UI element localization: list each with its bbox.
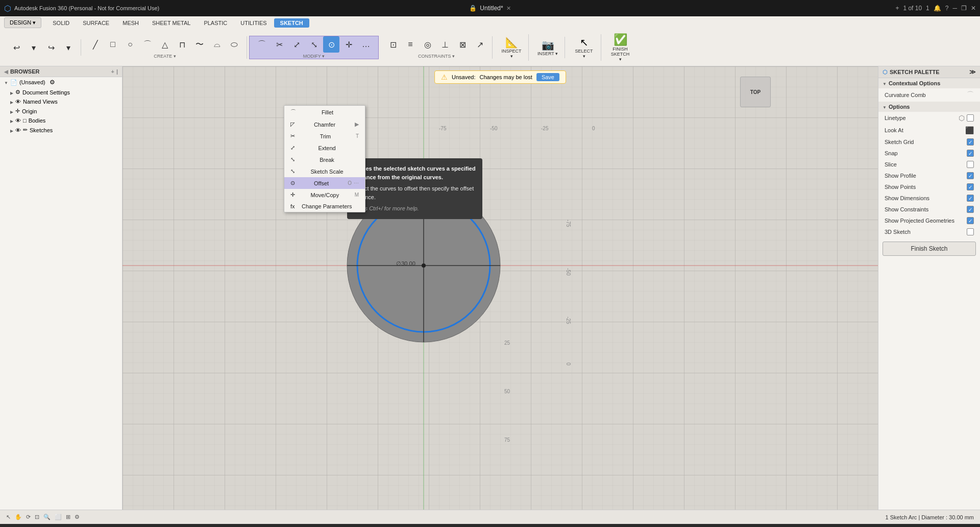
look-at-icon[interactable]: ⬛	[965, 126, 974, 134]
bottom-settings-icon[interactable]: ⚙	[75, 514, 80, 520]
coincident-button[interactable]: ⊡	[385, 36, 401, 53]
line-button[interactable]: ╱	[87, 36, 104, 53]
trim-button[interactable]: ✂	[271, 36, 287, 53]
bottom-grid-icon[interactable]: ⊞	[66, 514, 70, 520]
show-dimensions-checkbox[interactable]: ✓	[967, 195, 974, 202]
options-header[interactable]: Options	[878, 102, 980, 112]
ellipse-button[interactable]: ⬭	[226, 36, 242, 53]
select-button[interactable]: ↖ SELECT ▾	[571, 34, 597, 61]
modify-label[interactable]: MODIFY ▾	[303, 54, 325, 59]
canvas-area[interactable]: ⚠ Unsaved: Changes may be lost Save TOP	[122, 66, 878, 510]
linetype-icon[interactable]: ⬡	[959, 114, 965, 122]
conic-button[interactable]: ⌓	[209, 36, 225, 53]
move-button[interactable]: ✛	[340, 36, 357, 53]
curvature-comb-control[interactable]: ⌒	[967, 90, 974, 100]
sketch-palette-expand-icon[interactable]: ≫	[969, 68, 976, 76]
browser-named-views-item[interactable]: 👁 Named Views	[0, 97, 122, 106]
show-projected-geometries-checkbox[interactable]: ✓	[967, 217, 974, 224]
bottom-zoom-fit-icon[interactable]: ⊡	[35, 514, 39, 520]
offset-more-icon[interactable]: ⋯	[354, 180, 359, 186]
fix-button[interactable]: ⊠	[454, 36, 471, 53]
offset-button[interactable]: ⊙	[323, 36, 339, 53]
canvas-svg[interactable]: -75 -50 -25 0 ∅30.00 -75 -50 -25 0 25 50…	[122, 66, 878, 510]
redo-history-button[interactable]: ▾	[60, 39, 77, 56]
tab-mesh[interactable]: MESH	[116, 18, 145, 28]
browser-expand-icon[interactable]: +	[111, 68, 114, 75]
show-profile-checkbox[interactable]: ✓	[967, 172, 974, 179]
more-modify-button[interactable]: …	[358, 36, 374, 53]
restore-icon[interactable]: ❐	[961, 5, 967, 12]
settings-icon-browser[interactable]: ⚙	[50, 79, 55, 86]
tab-solid[interactable]: SOLID	[46, 18, 76, 28]
bottom-hand-icon[interactable]: ✋	[15, 514, 22, 520]
curvature-comb-icon[interactable]: ⌒	[967, 90, 974, 100]
collinear-button[interactable]: ≡	[402, 36, 419, 53]
browser-origin-item[interactable]: ✛ Origin	[0, 106, 122, 116]
select-button[interactable]: ↗	[472, 36, 488, 53]
dropdown-sketch-scale[interactable]: ⤡ Sketch Scale	[284, 165, 365, 177]
view-cube[interactable]: TOP	[740, 77, 771, 107]
rectangle-button[interactable]: □	[105, 36, 121, 53]
dropdown-fillet[interactable]: ⌒ Fillet	[284, 106, 365, 118]
concentric-button[interactable]: ◎	[420, 36, 436, 53]
close-window-icon[interactable]: ✕	[971, 5, 976, 12]
fillet-button[interactable]: ⌒	[254, 36, 270, 53]
snap-checkbox[interactable]: ✓	[967, 150, 974, 157]
bottom-zoom-icon[interactable]: 🔍	[43, 514, 51, 520]
sketch-grid-checkbox[interactable]: ✓	[967, 138, 974, 146]
design-button[interactable]: DESIGN ▾	[4, 17, 41, 28]
tab-plastic[interactable]: PLASTIC	[198, 18, 233, 28]
minimize-icon[interactable]: ─	[952, 5, 957, 12]
dropdown-break[interactable]: ⤡ Break	[284, 154, 365, 165]
add-tab-icon[interactable]: +	[895, 5, 899, 12]
dropdown-trim[interactable]: ✂ Trim T	[284, 130, 365, 142]
browser-collapse-icon[interactable]: |	[116, 68, 118, 75]
contextual-options-header[interactable]: Contextual Options	[878, 78, 980, 88]
browser-doc-settings-item[interactable]: ⚙ Document Settings	[0, 87, 122, 97]
polygon-button[interactable]: △	[157, 36, 173, 53]
midpoint-button[interactable]: ⊥	[437, 36, 453, 53]
linetype-checkbox[interactable]	[967, 114, 974, 122]
close-tab-icon[interactable]: ✕	[506, 5, 511, 12]
extend-button[interactable]: ⤢	[288, 36, 305, 53]
nav-back-icon[interactable]: ◀	[4, 69, 8, 75]
finish-sketch-toolbar-button[interactable]: ✅ FINISH SKETCH ▾	[607, 31, 633, 64]
dropdown-extend[interactable]: ⤢ Extend	[284, 142, 365, 154]
inspect-button[interactable]: 📐 INSPECT ▾	[499, 34, 524, 61]
finish-sketch-palette-button[interactable]: Finish Sketch	[883, 242, 976, 256]
save-button[interactable]: Save	[536, 73, 559, 81]
tab-sheet-metal[interactable]: SHEET METAL	[146, 18, 197, 28]
bottom-orbit-icon[interactable]: ⟳	[26, 514, 31, 520]
dropdown-chamfer[interactable]: ◸ Chamfer ▶	[284, 118, 365, 130]
dropdown-move-copy[interactable]: ✛ Move/Copy M	[284, 189, 365, 201]
browser-unsaved-item[interactable]: 📄 (Unsaved) ⚙	[0, 77, 122, 87]
notification-icon[interactable]: 🔔	[934, 5, 941, 12]
dropdown-change-params[interactable]: fx Change Parameters	[284, 201, 365, 212]
redo-button[interactable]: ↪	[43, 39, 59, 56]
break-button[interactable]: ⤡	[306, 36, 322, 53]
insert-button[interactable]: 📷 INSERT ▾	[535, 37, 560, 58]
undo-history-button[interactable]: ▾	[26, 39, 42, 56]
show-points-checkbox[interactable]: ✓	[967, 183, 974, 190]
show-constraints-checkbox[interactable]: ✓	[967, 206, 974, 213]
look-at-control[interactable]: ⬛	[965, 126, 974, 134]
help-icon[interactable]: ?	[945, 5, 949, 12]
spline-button[interactable]: 〜	[191, 36, 208, 53]
slot-button[interactable]: ⊓	[174, 36, 190, 53]
3d-sketch-checkbox[interactable]	[967, 228, 974, 235]
constraints-label[interactable]: CONSTRAINTS ▾	[418, 54, 455, 59]
slice-checkbox[interactable]	[967, 161, 974, 168]
linetype-control[interactable]: ⬡	[959, 114, 974, 122]
tab-utilities[interactable]: UTILITIES	[234, 18, 273, 28]
bottom-select-icon[interactable]: ↖	[6, 514, 11, 520]
circle-button[interactable]: ○	[122, 36, 138, 53]
undo-button[interactable]: ↩	[8, 39, 24, 56]
browser-sketches-item[interactable]: 👁 ✏ Sketches	[0, 125, 122, 135]
browser-bodies-item[interactable]: 👁 □ Bodies	[0, 116, 122, 125]
create-label[interactable]: CREATE ▾	[154, 54, 176, 59]
bottom-display-icon[interactable]: ⬜	[55, 514, 62, 520]
tab-surface[interactable]: SURFACE	[77, 18, 115, 28]
tab-sketch[interactable]: SKETCH	[274, 18, 309, 28]
dropdown-offset[interactable]: ⊙ Offset O ⋯	[284, 177, 365, 189]
arc-button[interactable]: ⌒	[139, 36, 156, 53]
